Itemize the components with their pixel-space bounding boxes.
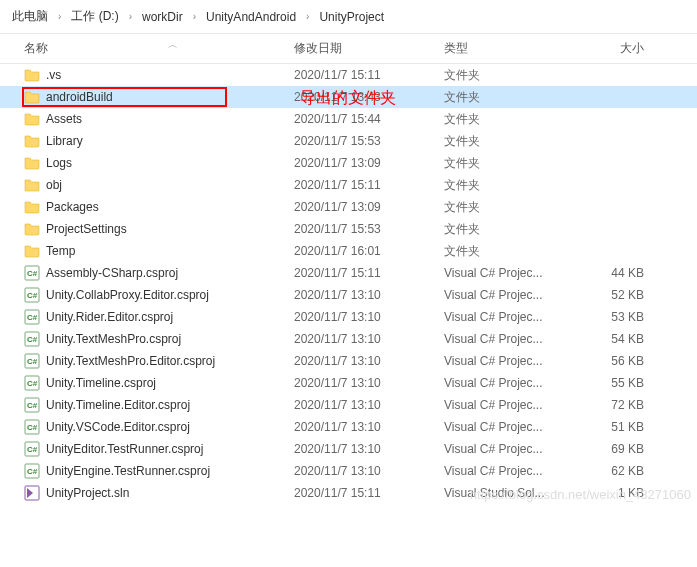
breadcrumb-item[interactable]: UnityAndAndroid — [206, 10, 296, 24]
file-type: 文件夹 — [444, 177, 584, 194]
chevron-right-icon: › — [58, 11, 61, 22]
breadcrumb-item[interactable]: UnityProject — [319, 10, 384, 24]
svg-text:C#: C# — [27, 467, 38, 476]
file-row[interactable]: C#UnityEngine.TestRunner.csproj2020/11/7… — [0, 460, 697, 482]
file-row[interactable]: C#Unity.TextMeshPro.Editor.csproj2020/11… — [0, 350, 697, 372]
csproj-icon: C# — [24, 287, 40, 303]
file-date: 2020/11/7 16:01 — [294, 244, 444, 258]
file-date: 2020/11/7 13:10 — [294, 354, 444, 368]
file-row[interactable]: obj2020/11/7 15:11文件夹 — [0, 174, 697, 196]
breadcrumb-item[interactable]: 此电脑 — [12, 8, 48, 25]
file-date: 2020/11/7 15:44 — [294, 112, 444, 126]
file-name: Unity.Timeline.Editor.csproj — [46, 398, 294, 412]
column-header-name[interactable]: 名称 — [24, 40, 294, 57]
file-row[interactable]: ProjectSettings2020/11/7 15:53文件夹 — [0, 218, 697, 240]
file-date: 2020/11/7 13:10 — [294, 398, 444, 412]
file-type: Visual C# Projec... — [444, 442, 584, 456]
file-name: Assets — [46, 112, 294, 126]
file-size: 56 KB — [584, 354, 664, 368]
file-type: Visual C# Projec... — [444, 376, 584, 390]
file-date: 2020/11/7 13:09 — [294, 156, 444, 170]
file-size: 69 KB — [584, 442, 664, 456]
file-date: 2020/11/7 13:09 — [294, 200, 444, 214]
column-header-date[interactable]: 修改日期 — [294, 40, 444, 57]
file-name: Unity.CollabProxy.Editor.csproj — [46, 288, 294, 302]
file-row[interactable]: androidBuild2020/11/7 13:43文件夹 — [0, 86, 697, 108]
svg-text:C#: C# — [27, 379, 38, 388]
csproj-icon: C# — [24, 463, 40, 479]
folder-icon — [24, 199, 40, 215]
csproj-icon: C# — [24, 309, 40, 325]
file-date: 2020/11/7 15:53 — [294, 222, 444, 236]
file-name: .vs — [46, 68, 294, 82]
file-date: 2020/11/7 15:11 — [294, 178, 444, 192]
file-name: androidBuild — [46, 90, 294, 104]
file-type: 文件夹 — [444, 243, 584, 260]
column-header-size[interactable]: 大小 — [584, 40, 664, 57]
folder-icon — [24, 133, 40, 149]
file-row[interactable]: C#Unity.TextMeshPro.csproj2020/11/7 13:1… — [0, 328, 697, 350]
file-row[interactable]: C#Unity.Timeline.Editor.csproj2020/11/7 … — [0, 394, 697, 416]
file-name: Unity.Timeline.csproj — [46, 376, 294, 390]
file-name: UnityEngine.TestRunner.csproj — [46, 464, 294, 478]
file-date: 2020/11/7 13:10 — [294, 464, 444, 478]
file-name: Temp — [46, 244, 294, 258]
file-size: 53 KB — [584, 310, 664, 324]
file-date: 2020/11/7 13:10 — [294, 332, 444, 346]
file-size: 51 KB — [584, 420, 664, 434]
file-row[interactable]: C#Unity.VSCode.Editor.csproj2020/11/7 13… — [0, 416, 697, 438]
file-row[interactable]: Logs2020/11/7 13:09文件夹 — [0, 152, 697, 174]
folder-icon — [24, 243, 40, 259]
file-type: 文件夹 — [444, 89, 584, 106]
file-name: ProjectSettings — [46, 222, 294, 236]
file-row[interactable]: Packages2020/11/7 13:09文件夹 — [0, 196, 697, 218]
file-row[interactable]: Library2020/11/7 15:53文件夹 — [0, 130, 697, 152]
file-date: 2020/11/7 15:11 — [294, 68, 444, 82]
file-row[interactable]: C#Unity.CollabProxy.Editor.csproj2020/11… — [0, 284, 697, 306]
csproj-icon: C# — [24, 353, 40, 369]
file-row[interactable]: C#Assembly-CSharp.csproj2020/11/7 15:11V… — [0, 262, 697, 284]
csproj-icon: C# — [24, 397, 40, 413]
file-date: 2020/11/7 13:10 — [294, 442, 444, 456]
folder-icon — [24, 221, 40, 237]
svg-text:C#: C# — [27, 269, 38, 278]
column-header-type[interactable]: 类型 — [444, 40, 584, 57]
file-size: 54 KB — [584, 332, 664, 346]
breadcrumb[interactable]: 此电脑›工作 (D:)›workDir›UnityAndAndroid›Unit… — [0, 0, 697, 34]
breadcrumb-item[interactable]: workDir — [142, 10, 183, 24]
file-type: 文件夹 — [444, 67, 584, 84]
file-date: 2020/11/7 13:10 — [294, 310, 444, 324]
file-type: Visual C# Projec... — [444, 332, 584, 346]
svg-text:C#: C# — [27, 357, 38, 366]
chevron-right-icon: › — [306, 11, 309, 22]
watermark: https://blog.csdn.net/weixin_43271060 — [470, 487, 691, 502]
file-name: UnityProject.sln — [46, 486, 294, 500]
file-type: 文件夹 — [444, 133, 584, 150]
folder-icon — [24, 177, 40, 193]
file-row[interactable]: Temp2020/11/7 16:01文件夹 — [0, 240, 697, 262]
file-date: 2020/11/7 13:10 — [294, 288, 444, 302]
file-type: 文件夹 — [444, 221, 584, 238]
file-date: 2020/11/7 13:10 — [294, 376, 444, 390]
csproj-icon: C# — [24, 441, 40, 457]
file-size: 62 KB — [584, 464, 664, 478]
file-type: Visual C# Projec... — [444, 288, 584, 302]
file-type: 文件夹 — [444, 199, 584, 216]
file-name: UnityEditor.TestRunner.csproj — [46, 442, 294, 456]
file-name: Assembly-CSharp.csproj — [46, 266, 294, 280]
file-row[interactable]: C#Unity.Timeline.csproj2020/11/7 13:10Vi… — [0, 372, 697, 394]
file-size: 72 KB — [584, 398, 664, 412]
file-date: 2020/11/7 15:11 — [294, 266, 444, 280]
file-row[interactable]: C#UnityEditor.TestRunner.csproj2020/11/7… — [0, 438, 697, 460]
file-name: Logs — [46, 156, 294, 170]
file-date: 2020/11/7 15:53 — [294, 134, 444, 148]
sln-icon — [24, 485, 40, 501]
folder-icon — [24, 67, 40, 83]
file-row[interactable]: .vs2020/11/7 15:11文件夹 — [0, 64, 697, 86]
file-date: 2020/11/7 15:11 — [294, 486, 444, 500]
file-row[interactable]: C#Unity.Rider.Editor.csproj2020/11/7 13:… — [0, 306, 697, 328]
file-type: Visual C# Projec... — [444, 464, 584, 478]
folder-icon — [24, 155, 40, 171]
breadcrumb-item[interactable]: 工作 (D:) — [71, 8, 118, 25]
file-row[interactable]: Assets2020/11/7 15:44文件夹 — [0, 108, 697, 130]
